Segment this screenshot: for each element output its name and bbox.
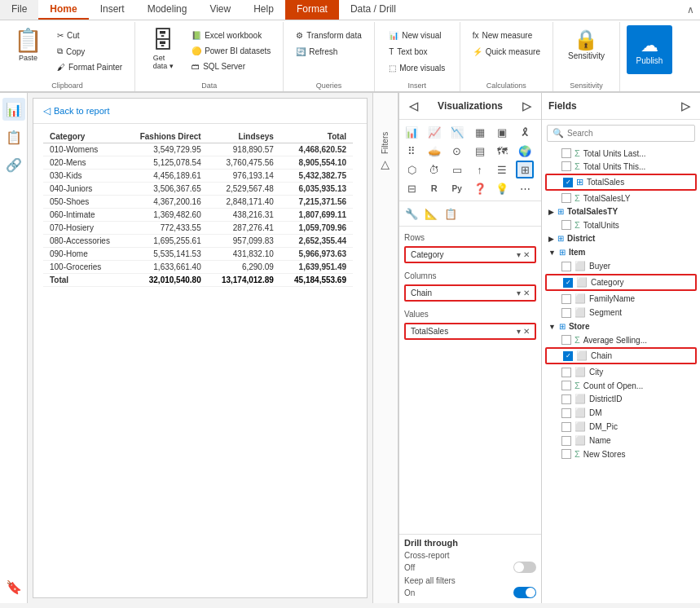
- field-item-buyer[interactable]: ⬜Buyer: [545, 259, 697, 273]
- viz-donut-icon[interactable]: ⊙: [448, 142, 466, 160]
- tab-format[interactable]: Format: [285, 0, 339, 20]
- field-checkbox[interactable]: [561, 308, 571, 318]
- data-view-icon[interactable]: 📋: [2, 126, 25, 148]
- model-view-icon[interactable]: 🔗: [2, 153, 25, 176]
- field-checkbox[interactable]: [561, 394, 571, 404]
- field-item-segment[interactable]: ⬜Segment: [545, 306, 697, 319]
- report-view-icon[interactable]: 📊: [2, 98, 25, 121]
- field-item-city[interactable]: ⬜City: [545, 365, 697, 379]
- viz-map-icon[interactable]: 🗺: [493, 142, 511, 160]
- field-group-store[interactable]: ▼⊞Store: [545, 319, 697, 333]
- viz-filled-map-icon[interactable]: 🌍: [516, 142, 534, 160]
- fields-panel-expand[interactable]: ▷: [678, 98, 693, 114]
- back-to-report-button[interactable]: ◁ Back to report: [33, 99, 367, 124]
- field-group-totalsalesty[interactable]: ▶⊞TotalSalesTY: [545, 205, 697, 218]
- viz-funnel-icon[interactable]: ⬡: [403, 161, 420, 178]
- values-field-well[interactable]: TotalSales ▾ ✕: [404, 323, 536, 340]
- tab-modeling[interactable]: Modeling: [136, 0, 199, 20]
- field-item-new-stores[interactable]: ΣNew Stores: [545, 447, 697, 460]
- cross-report-switch[interactable]: [513, 562, 536, 573]
- field-item-count-of-open---[interactable]: ΣCount of Open...: [545, 379, 697, 392]
- field-checkbox[interactable]: [561, 422, 571, 432]
- tab-insert[interactable]: Insert: [89, 0, 136, 20]
- format-painter-button[interactable]: 🖌Format Painter: [51, 60, 128, 74]
- field-item-totalsalesly[interactable]: ΣTotalSalesLY: [545, 192, 697, 205]
- viz-matrix-icon[interactable]: ⊟: [403, 179, 420, 197]
- field-item-chain[interactable]: ✓⬜Chain: [545, 347, 697, 364]
- viz-table-icon[interactable]: ⊞: [516, 161, 534, 178]
- copy-button[interactable]: ⧉Copy: [51, 44, 128, 59]
- new-measure-button[interactable]: fxNew measure: [467, 29, 538, 42]
- excel-button[interactable]: 📗Excel workbook: [186, 29, 276, 42]
- viz-clustered-bar-icon[interactable]: ▣: [493, 123, 511, 141]
- quick-measure-button[interactable]: ⚡Quick measure: [467, 45, 546, 59]
- viz-line-icon[interactable]: 📈: [425, 123, 443, 141]
- viz-stacked-bar-icon[interactable]: ▦: [471, 123, 489, 141]
- field-item-name[interactable]: ⬜Name: [545, 434, 697, 447]
- viz-python-icon[interactable]: Py: [448, 179, 466, 197]
- fields-search-box[interactable]: 🔍: [547, 125, 695, 142]
- tab-view[interactable]: View: [198, 0, 242, 20]
- fields-search-input[interactable]: [567, 129, 689, 138]
- powerbi-button[interactable]: 🟡Power BI datasets: [186, 44, 276, 58]
- bookmark-icon[interactable]: 🔖: [2, 575, 25, 598]
- keep-filters-switch[interactable]: [513, 587, 536, 598]
- field-checkbox[interactable]: [561, 294, 571, 304]
- viz-ribbon-icon[interactable]: 🎗: [516, 123, 534, 141]
- viz-gauge-icon[interactable]: ⏱: [425, 161, 443, 178]
- field-item-totalunits[interactable]: ΣTotalUnits: [545, 218, 697, 231]
- more-visuals-button[interactable]: ⬚More visuals: [383, 61, 451, 75]
- viz-bar-icon[interactable]: 📊: [403, 123, 420, 141]
- viz-scatter-icon[interactable]: ⠿: [403, 142, 420, 160]
- cut-button[interactable]: ✂Cut: [51, 29, 128, 42]
- viz-panel-expand[interactable]: ▷: [519, 98, 535, 114]
- viz-r-icon[interactable]: R: [425, 179, 443, 197]
- get-data-button[interactable]: 🗄 Getdata ▾: [142, 25, 184, 74]
- tab-file[interactable]: File: [0, 0, 38, 20]
- field-checkbox[interactable]: [561, 335, 571, 345]
- paste-button[interactable]: 📋 Paste: [7, 25, 50, 66]
- field-item-average-selling---[interactable]: ΣAverage Selling...: [545, 333, 697, 346]
- filters-label[interactable]: ▽ Filters: [379, 132, 392, 173]
- field-item-total-units-last---[interactable]: ΣTotal Units Last...: [545, 147, 697, 160]
- publish-button[interactable]: ☁ Publish: [627, 25, 672, 74]
- field-checkbox[interactable]: ✓: [563, 178, 573, 187]
- rows-field-well[interactable]: Category ▾ ✕: [404, 246, 536, 263]
- field-checkbox[interactable]: [561, 381, 571, 390]
- transform-button[interactable]: ⚙Transform data: [290, 29, 367, 42]
- new-visual-button[interactable]: 📊New visual: [383, 29, 447, 42]
- field-item-category[interactable]: ✓⬜Category: [545, 274, 697, 291]
- tab-help[interactable]: Help: [242, 0, 285, 20]
- field-checkbox[interactable]: [561, 193, 571, 203]
- viz-qa-icon[interactable]: ❓: [471, 179, 489, 197]
- viz-slicer-icon[interactable]: ☰: [493, 161, 511, 178]
- field-item-districtid[interactable]: ⬜DistrictID: [545, 392, 697, 406]
- field-item-dm[interactable]: ⬜DM: [545, 406, 697, 420]
- field-checkbox[interactable]: [561, 220, 571, 230]
- viz-format-icon[interactable]: 🔧: [403, 205, 420, 222]
- viz-pie-icon[interactable]: 🥧: [425, 142, 443, 160]
- refresh-button[interactable]: 🔄Refresh: [290, 45, 343, 59]
- field-checkbox[interactable]: [561, 148, 571, 158]
- tab-home[interactable]: Home: [38, 0, 88, 20]
- viz-treemap-icon[interactable]: ▤: [471, 142, 489, 160]
- sql-button[interactable]: 🗃SQL Server: [186, 59, 276, 73]
- field-group-item[interactable]: ▼⊞Item: [545, 245, 697, 259]
- field-checkbox[interactable]: ✓: [563, 351, 573, 361]
- tab-data-drill[interactable]: Data / Drill: [339, 0, 407, 20]
- field-item-dm-pic[interactable]: ⬜DM_Pic: [545, 420, 697, 434]
- sensitivity-button[interactable]: 🔒 Sensitivity: [560, 25, 613, 64]
- viz-analytics-icon[interactable]: 📐: [422, 205, 440, 222]
- field-item-totalsales[interactable]: ✓⊞TotalSales: [545, 174, 697, 191]
- field-group-district[interactable]: ▶⊞District: [545, 231, 697, 245]
- viz-area-icon[interactable]: 📉: [448, 123, 466, 141]
- columns-field-well[interactable]: Chain ▾ ✕: [404, 284, 536, 302]
- field-checkbox[interactable]: ✓: [563, 278, 573, 288]
- field-item-total-units-this---[interactable]: ΣTotal Units This...: [545, 160, 697, 173]
- viz-smart-icon[interactable]: 💡: [493, 179, 511, 197]
- viz-more-icon[interactable]: ⋯: [516, 179, 534, 197]
- ribbon-collapse[interactable]: ∧: [684, 3, 697, 16]
- text-box-button[interactable]: TText box: [383, 45, 433, 59]
- field-checkbox[interactable]: [561, 436, 571, 446]
- field-checkbox[interactable]: [561, 161, 571, 171]
